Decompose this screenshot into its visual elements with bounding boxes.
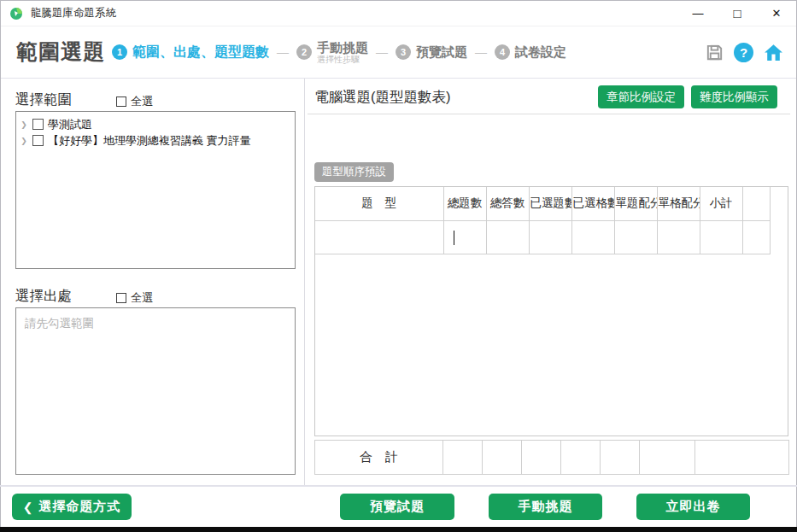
tree-item-geography-review[interactable]: ❯ 【好好學】地理學測總複習講義 實力評量 xyxy=(20,132,291,149)
minimize-button[interactable]: — xyxy=(678,1,718,26)
cell-subtotal xyxy=(700,220,742,254)
preview-questions-button[interactable]: 預覽試題 xyxy=(340,494,454,520)
total-row-table: 合 計 xyxy=(314,440,789,475)
back-to-method-button[interactable]: ❮ 選擇命題方式 xyxy=(12,494,132,520)
header: 範圍選題 1 範圍、出處、題型題數 — 2 手動挑題 選擇性步驟 — 3 預覽試… xyxy=(1,26,796,79)
step-2-sublabel: 選擇性步驟 xyxy=(317,55,368,65)
maximize-button[interactable]: □ xyxy=(718,1,757,26)
window-title: 龍騰題庫命題系統 xyxy=(31,6,116,20)
step-2-number: 2 xyxy=(296,44,312,60)
col-header-selected-questions: 已選題數 xyxy=(529,187,571,220)
range-select-all[interactable]: 全選 xyxy=(116,94,153,109)
total-selected-blanks xyxy=(561,441,601,475)
expand-arrow-icon[interactable]: ❯ xyxy=(20,137,28,145)
total-selected-questions xyxy=(522,441,561,475)
text-caret xyxy=(454,231,455,245)
step-2-label: 手動挑題 xyxy=(317,40,368,55)
col-header-points-per-question: 單題配分 xyxy=(614,187,657,220)
step-3-label: 預覽試題 xyxy=(416,44,467,61)
computer-selection-title: 電腦選題(題型題數表) xyxy=(314,88,451,107)
step-separator: — xyxy=(475,45,487,59)
step-2-manual-pick[interactable]: 2 手動挑題 選擇性步驟 xyxy=(296,40,368,65)
step-4-label: 試卷設定 xyxy=(515,44,566,61)
range-select-all-label: 全選 xyxy=(131,94,153,109)
generate-paper-button[interactable]: 立即出卷 xyxy=(636,494,750,520)
back-button-label: 選擇命題方式 xyxy=(38,499,120,515)
col-header-total-questions: 總題數 xyxy=(443,187,486,220)
cell-selected-blanks[interactable] xyxy=(571,220,614,254)
manual-pick-button[interactable]: 手動挑題 xyxy=(489,494,602,520)
chevron-left-icon: ❮ xyxy=(23,500,34,514)
cell-selected-questions[interactable] xyxy=(529,220,571,254)
col-header-empty xyxy=(742,187,770,220)
save-button[interactable] xyxy=(705,43,724,62)
chapter-ratio-button[interactable]: 章節比例設定 xyxy=(598,85,684,108)
range-tree: ❯ 學測試題 ❯ 【好好學】地理學測總複習講義 實力評量 xyxy=(15,111,296,269)
source-placeholder: 請先勾選範圍 xyxy=(25,317,94,330)
table-row xyxy=(315,220,770,254)
step-separator: — xyxy=(376,45,388,59)
range-section-title: 選擇範圍 xyxy=(15,91,72,109)
difficulty-ratio-button[interactable]: 難度比例顯示 xyxy=(691,85,777,108)
cell-total-answers[interactable] xyxy=(486,220,529,254)
step-3-number: 3 xyxy=(396,44,411,60)
source-select-all[interactable]: 全選 xyxy=(116,290,153,306)
cell-total-questions-input[interactable] xyxy=(443,220,486,254)
step-1-range[interactable]: 1 範圍、出處、題型題數 xyxy=(112,44,269,61)
source-select-all-label: 全選 xyxy=(131,290,153,306)
step-1-label: 範圍、出處、題型題數 xyxy=(132,44,269,61)
step-separator: — xyxy=(277,45,289,59)
source-section-title: 選擇出處 xyxy=(15,287,72,306)
cell-points-per-blank[interactable] xyxy=(657,220,700,254)
col-header-subtotal: 小計 xyxy=(700,187,742,220)
total-subtotal xyxy=(695,441,789,475)
col-header-points-per-blank: 單格配分 xyxy=(657,187,700,220)
expand-arrow-icon[interactable]: ❯ xyxy=(20,120,28,129)
app-logo-icon xyxy=(9,7,23,20)
step-3-preview[interactable]: 3 預覽試題 xyxy=(396,44,467,61)
step-1-number: 1 xyxy=(112,44,127,60)
total-row: 合 計 xyxy=(315,441,789,475)
total-label: 合 計 xyxy=(315,441,443,475)
save-icon xyxy=(705,43,724,62)
tree-item-label: 【好好學】地理學測總複習講義 實力評量 xyxy=(48,133,251,149)
app-window: 龍騰題庫命題系統 — □ ✕ 範圍選題 1 範圍、出處、題型題數 — 2 手動挑… xyxy=(0,0,797,532)
step-4-number: 4 xyxy=(495,44,510,60)
question-type-table-container: 題 型 總題數 總答數 已選題數 已選格數 單題配分 單格配分 小計 xyxy=(314,186,788,436)
range-select-all-checkbox[interactable] xyxy=(116,96,126,107)
total-total-answers xyxy=(483,441,522,475)
source-select-all-checkbox[interactable] xyxy=(116,293,126,303)
tree-item-exam-questions[interactable]: ❯ 學測試題 xyxy=(20,116,291,132)
total-points-per-question xyxy=(601,441,640,475)
tree-item-label: 學測試題 xyxy=(48,117,92,132)
home-button[interactable] xyxy=(763,42,784,63)
cell-empty xyxy=(742,220,770,254)
total-points-per-blank xyxy=(640,441,695,475)
type-order-badge[interactable]: 題型順序預設 xyxy=(314,162,394,182)
home-icon xyxy=(763,42,784,63)
cell-type xyxy=(315,220,443,254)
window-controls: — □ ✕ xyxy=(678,1,796,26)
cell-points-per-question[interactable] xyxy=(614,220,657,254)
taskbar-edge xyxy=(0,527,797,532)
col-header-total-answers: 總答數 xyxy=(486,187,529,220)
item-checkbox[interactable] xyxy=(32,119,44,130)
item-checkbox[interactable] xyxy=(32,135,44,146)
title-bar: 龍騰題庫命題系統 — □ ✕ xyxy=(1,1,796,26)
close-button[interactable]: ✕ xyxy=(757,1,796,26)
step-indicator: 1 範圍、出處、題型題數 — 2 手動挑題 選擇性步驟 — 3 預覽試題 — 4… xyxy=(112,26,566,78)
help-icon: ? xyxy=(734,43,753,62)
table-header-row: 題 型 總題數 總答數 已選題數 已選格數 單題配分 單格配分 小計 xyxy=(315,187,770,220)
help-button[interactable]: ? xyxy=(734,43,753,62)
source-list[interactable]: 請先勾選範圍 xyxy=(15,307,296,475)
page-title: 範圍選題 xyxy=(16,38,105,66)
ratio-buttons: 章節比例設定 難度比例顯示 xyxy=(598,85,777,108)
panel-divider xyxy=(304,79,305,485)
col-header-selected-blanks: 已選格數 xyxy=(571,187,614,220)
footer-divider xyxy=(0,485,797,487)
step-4-paper-settings[interactable]: 4 試卷設定 xyxy=(495,44,566,61)
header-icons: ? xyxy=(705,26,784,78)
total-total-questions xyxy=(443,441,483,475)
panel-rule xyxy=(308,114,790,114)
col-header-type: 題 型 xyxy=(315,187,443,220)
